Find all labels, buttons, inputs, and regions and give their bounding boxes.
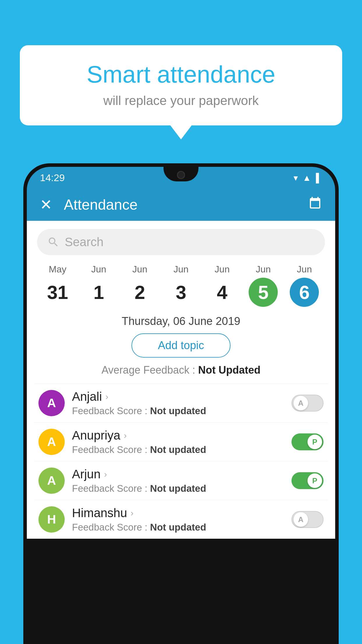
- toggle-switch[interactable]: A: [291, 395, 324, 412]
- cal-month-label: Jun: [119, 264, 160, 275]
- wifi-icon: ▾: [294, 173, 298, 183]
- feedback-value: Not updated: [150, 444, 206, 455]
- student-name: Arjun›: [72, 467, 284, 481]
- status-icons: ▾ ▲ ▌: [294, 173, 322, 183]
- calendar-icon[interactable]: [308, 196, 322, 214]
- phone-inner: 14:29 ▾ ▲ ▌ ✕ Attendance: [27, 167, 335, 640]
- cal-day-number[interactable]: 31: [43, 278, 72, 307]
- student-avatar: A: [38, 429, 65, 455]
- speech-bubble: Smart attendance will replace your paper…: [20, 45, 342, 125]
- student-name-text: Anjali: [72, 390, 102, 404]
- feedback-score: Feedback Score : Not updated: [72, 522, 284, 533]
- feedback-score: Feedback Score : Not updated: [72, 405, 284, 416]
- calendar-day[interactable]: Jun5: [243, 264, 284, 307]
- chevron-right-icon: ›: [104, 469, 107, 479]
- battery-icon: ▌: [316, 173, 322, 183]
- date-label: Thursday, 06 June 2019: [27, 315, 335, 328]
- bubble-subtitle: will replace your paperwork: [37, 93, 325, 108]
- student-name-text: Himanshu: [72, 506, 127, 520]
- calendar-day[interactable]: Jun2: [119, 264, 160, 307]
- cal-day-number[interactable]: 3: [166, 278, 196, 307]
- student-row[interactable]: AArjun›Feedback Score : Not updatedP: [34, 461, 328, 500]
- cal-month-label: Jun: [78, 264, 119, 275]
- phone-frame: 14:29 ▾ ▲ ▌ ✕ Attendance: [23, 163, 339, 644]
- cal-month-label: May: [37, 264, 78, 275]
- calendar-day[interactable]: Jun6: [284, 264, 325, 307]
- attendance-toggle[interactable]: A: [291, 395, 324, 412]
- student-info: Arjun›Feedback Score : Not updated: [72, 467, 284, 494]
- feedback-value: Not updated: [150, 483, 206, 494]
- attendance-toggle[interactable]: P: [291, 433, 324, 450]
- student-name-text: Arjun: [72, 467, 101, 481]
- calendar-row: May31Jun1Jun2Jun3Jun4Jun5Jun6: [27, 261, 335, 307]
- cal-day-number[interactable]: 5: [249, 278, 278, 307]
- search-placeholder: Search: [65, 235, 103, 249]
- student-row[interactable]: AAnupriya›Feedback Score : Not updatedP: [34, 422, 328, 461]
- attendance-toggle[interactable]: A: [291, 511, 324, 528]
- avg-feedback: Average Feedback : Not Updated: [27, 364, 335, 376]
- student-list: AAnjali›Feedback Score : Not updatedAAAn…: [27, 384, 335, 539]
- feedback-score: Feedback Score : Not updated: [72, 483, 284, 494]
- calendar-day[interactable]: Jun1: [78, 264, 119, 307]
- toggle-knob: P: [307, 473, 322, 488]
- chevron-right-icon: ›: [131, 508, 133, 518]
- toggle-knob: A: [294, 396, 308, 410]
- cal-day-number[interactable]: 6: [290, 278, 319, 307]
- add-topic-button[interactable]: Add topic: [131, 333, 231, 358]
- avg-feedback-value: Not Updated: [198, 364, 261, 376]
- cal-month-label: Jun: [202, 264, 243, 275]
- cal-day-number[interactable]: 2: [125, 278, 154, 307]
- signal-icon: ▲: [303, 173, 311, 183]
- app-body: Search May31Jun1Jun2Jun3Jun4Jun5Jun6 Thu…: [27, 221, 335, 539]
- avg-feedback-label: Average Feedback :: [101, 364, 198, 376]
- search-icon: [47, 236, 59, 248]
- toggle-switch[interactable]: P: [291, 472, 324, 489]
- student-name-text: Anupriya: [72, 428, 120, 442]
- chevron-right-icon: ›: [106, 392, 108, 402]
- notch: [164, 167, 198, 181]
- bubble-title: Smart attendance: [37, 61, 325, 88]
- student-row[interactable]: HHimanshu›Feedback Score : Not updatedA: [34, 500, 328, 539]
- status-bar: 14:29 ▾ ▲ ▌: [27, 167, 335, 189]
- toggle-switch[interactable]: A: [291, 511, 324, 528]
- toggle-knob: A: [294, 512, 308, 527]
- student-name: Anupriya›: [72, 428, 284, 442]
- calendar-day[interactable]: Jun4: [202, 264, 243, 307]
- calendar-day[interactable]: Jun3: [160, 264, 201, 307]
- student-name: Himanshu›: [72, 506, 284, 520]
- student-info: Anjali›Feedback Score : Not updated: [72, 390, 284, 416]
- student-row[interactable]: AAnjali›Feedback Score : Not updatedA: [34, 384, 328, 422]
- toggle-switch[interactable]: P: [291, 433, 324, 450]
- search-bar[interactable]: Search: [37, 229, 325, 255]
- student-info: Himanshu›Feedback Score : Not updated: [72, 506, 284, 533]
- cal-day-number[interactable]: 1: [84, 278, 113, 307]
- student-avatar: A: [38, 468, 65, 494]
- app-title: Attendance: [64, 196, 308, 213]
- close-button[interactable]: ✕: [40, 196, 52, 213]
- feedback-score: Feedback Score : Not updated: [72, 444, 284, 455]
- calendar-day[interactable]: May31: [37, 264, 78, 307]
- cal-day-number[interactable]: 4: [208, 278, 237, 307]
- status-time: 14:29: [40, 172, 65, 183]
- feedback-value: Not updated: [150, 522, 206, 533]
- app-header: ✕ Attendance: [27, 189, 335, 221]
- chevron-right-icon: ›: [124, 430, 127, 440]
- camera: [177, 171, 185, 179]
- toggle-knob: P: [307, 435, 322, 449]
- feedback-value: Not updated: [150, 405, 206, 416]
- cal-month-label: Jun: [284, 264, 325, 275]
- attendance-toggle[interactable]: P: [291, 472, 324, 489]
- student-name: Anjali›: [72, 390, 284, 404]
- cal-month-label: Jun: [160, 264, 201, 275]
- cal-month-label: Jun: [243, 264, 284, 275]
- student-avatar: H: [38, 506, 65, 533]
- student-avatar: A: [38, 390, 65, 416]
- student-info: Anupriya›Feedback Score : Not updated: [72, 428, 284, 455]
